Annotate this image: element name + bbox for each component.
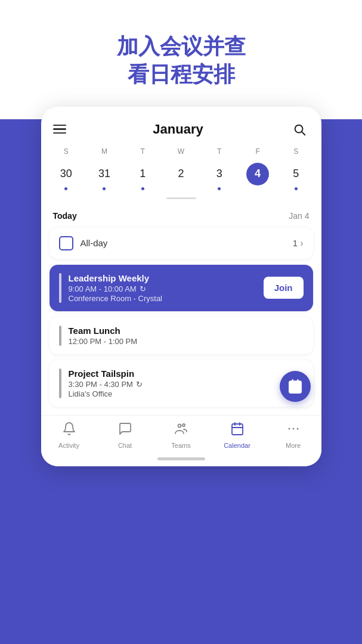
date-5[interactable]: 5 <box>277 160 315 193</box>
calendar-title: January <box>153 122 203 137</box>
event-leadership[interactable]: Leadership Weekly 9:00 AM - 10:00 AM ↻ C… <box>49 265 313 311</box>
allday-label: All-day <box>81 238 286 248</box>
svg-point-8 <box>288 428 290 429</box>
svg-point-3 <box>182 424 185 426</box>
event-location: Lidia's Office <box>69 389 304 398</box>
nav-calendar[interactable]: Calendar <box>219 422 255 449</box>
nav-activity-label: Activity <box>58 442 79 449</box>
nav-chat[interactable]: Chat <box>107 422 143 449</box>
calendar-icon <box>230 422 245 439</box>
event-bar <box>59 369 61 398</box>
allday-count: 1 <box>293 238 298 248</box>
week-dates: 30 31 1 2 3 4 5 <box>41 158 321 197</box>
phone-card: January S M T W T F S 30 31 1 <box>41 107 321 466</box>
event-time: 9:00 AM - 10:00 AM ↻ <box>69 284 256 293</box>
event-title: Project Tailspin <box>69 369 304 379</box>
allday-icon <box>59 236 73 250</box>
event-info: Project Tailspin 3:30 PM - 4:30 PM ↻ Lid… <box>69 369 304 398</box>
event-info: Team Lunch 12:00 PM - 1:00 PM <box>69 326 304 346</box>
event-time: 12:00 PM - 1:00 PM <box>69 337 304 346</box>
repeat-icon: ↻ <box>136 380 143 389</box>
date-31[interactable]: 31 <box>85 160 123 193</box>
event-time: 3:30 PM - 4:30 PM ↻ <box>69 380 304 389</box>
nav-more[interactable]: More <box>276 422 311 449</box>
svg-point-2 <box>178 424 181 427</box>
add-event-fab[interactable] <box>280 371 311 402</box>
event-bar <box>59 326 61 346</box>
today-label: Today <box>53 211 77 221</box>
svg-rect-4 <box>232 424 243 435</box>
week-divider <box>166 197 196 199</box>
nav-chat-label: Chat <box>118 442 132 449</box>
event-title: Leadership Weekly <box>69 273 256 283</box>
nav-calendar-label: Calendar <box>224 442 250 449</box>
home-indicator <box>41 453 321 466</box>
svg-line-1 <box>302 132 305 135</box>
chat-icon <box>118 422 132 439</box>
date-3[interactable]: 3 <box>200 160 239 193</box>
repeat-icon: ↻ <box>140 284 146 293</box>
week-day-labels: S M T W T F S <box>41 145 321 158</box>
chevron-right-icon: › <box>300 238 303 249</box>
event-team-lunch[interactable]: Team Lunch 12:00 PM - 1:00 PM <box>49 317 313 354</box>
nav-teams-label: Teams <box>171 442 190 449</box>
allday-card[interactable]: All-day 1 › <box>49 228 313 259</box>
allday-count-row: 1 › <box>293 238 304 249</box>
today-bar: Today Jan 4 <box>41 206 321 228</box>
home-bar <box>157 457 205 460</box>
date-4-active[interactable]: 4 <box>239 160 277 193</box>
event-bar <box>59 273 61 303</box>
activity-icon <box>62 422 76 439</box>
calendar-header: January <box>41 107 321 145</box>
event-project-tailspin[interactable]: Project Tailspin 3:30 PM - 4:30 PM ↻ Lid… <box>49 360 313 407</box>
join-button[interactable]: Join <box>264 277 304 299</box>
nav-activity[interactable]: Activity <box>51 422 87 449</box>
svg-point-10 <box>296 428 298 429</box>
nav-more-label: More <box>286 442 301 449</box>
menu-icon[interactable] <box>53 125 66 134</box>
today-date: Jan 4 <box>289 211 309 221</box>
more-icon <box>286 422 301 439</box>
event-info: Leadership Weekly 9:00 AM - 10:00 AM ↻ C… <box>69 273 256 303</box>
events-container: All-day 1 › Leadership Weekly 9:00 AM - … <box>41 228 321 415</box>
nav-teams[interactable]: Teams <box>163 422 199 449</box>
search-button[interactable] <box>290 120 309 139</box>
date-1[interactable]: 1 <box>123 160 162 193</box>
event-location: Conference Room - Crystal <box>69 294 256 303</box>
bottom-nav: Activity Chat Teams <box>41 415 321 453</box>
date-2[interactable]: 2 <box>162 160 200 193</box>
hero-text: 加入会议并查 看日程安排 <box>117 0 246 107</box>
date-30[interactable]: 30 <box>47 160 85 193</box>
teams-icon <box>174 422 188 439</box>
svg-point-9 <box>292 428 294 429</box>
event-title: Team Lunch <box>69 326 304 336</box>
